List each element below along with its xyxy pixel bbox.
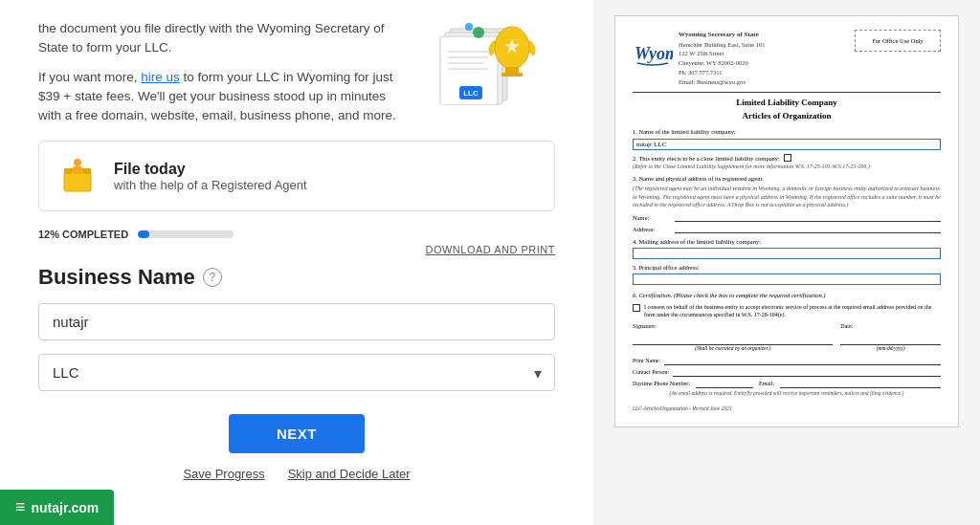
next-button[interactable]: NEXT bbox=[229, 414, 365, 453]
file-today-title: File today bbox=[114, 161, 307, 178]
wy-print-name-row: Print Name: bbox=[633, 356, 941, 365]
wy-sig-line bbox=[633, 332, 833, 345]
wy-phone-line bbox=[696, 379, 753, 388]
file-today-icon bbox=[56, 155, 99, 197]
wy-date-format-label: (mm/dd/yyyy) bbox=[840, 345, 941, 353]
hire-us-link[interactable]: hire us bbox=[141, 70, 180, 84]
wy-contact-person-label: Contact Person: bbox=[633, 368, 669, 376]
dept-name: Wyoming Secretary of State bbox=[679, 30, 765, 40]
wy-footer: LLC-ArticlesOrganization - Revised June … bbox=[633, 405, 941, 413]
wy-field3-label: 3. Name and physical address of its regi… bbox=[633, 174, 941, 183]
wy-name-label: Name: bbox=[633, 213, 671, 222]
wy-address-row: Address: bbox=[633, 224, 941, 233]
wy-form-card: Wyoming Wyoming Secretary of State Hersc… bbox=[614, 15, 959, 427]
wy-email-line bbox=[780, 379, 941, 388]
dept-email: Email: Business@wyo.gov bbox=[679, 77, 765, 87]
wy-contact-person-line bbox=[673, 367, 941, 377]
wy-sig-block: Signature: (Shall be executed by an orga… bbox=[633, 322, 833, 352]
entity-type-select[interactable]: LLC Corporation Partnership bbox=[38, 354, 555, 391]
brand-name: nutajr.com bbox=[32, 500, 100, 515]
progress-bar-fill bbox=[138, 230, 149, 238]
wy-print-name-line bbox=[664, 356, 941, 365]
wy-address-line bbox=[675, 224, 941, 233]
wy-field4-label: 4. Mailing address of the limited liabil… bbox=[633, 237, 941, 246]
business-name-section-title: Business Name ? bbox=[38, 265, 555, 290]
business-name-help-icon[interactable]: ? bbox=[203, 268, 222, 287]
top-text: the document you file directly with the … bbox=[38, 19, 412, 125]
wy-date-block: Date: (mm/dd/yyyy) bbox=[840, 322, 941, 352]
progress-label: 12% COMPLETED bbox=[38, 229, 128, 240]
wy-field2-row: 2. This entity elects to be a close limi… bbox=[633, 154, 941, 163]
svg-text:LLC: LLC bbox=[463, 89, 479, 98]
right-panel: Wyoming Wyoming Secretary of State Hersc… bbox=[593, 0, 980, 525]
wy-cert-text: I consent on behalf of the business enti… bbox=[644, 303, 941, 319]
progress-bar bbox=[138, 230, 234, 238]
wy-daytime-phone-label: Daytime Phone Number: bbox=[633, 380, 690, 387]
wy-sig-label-text: Signature: bbox=[633, 322, 657, 330]
wy-cert-checkbox bbox=[633, 304, 640, 312]
svg-point-13 bbox=[473, 27, 484, 38]
file-today-subtitle: with the help of a Registered Agent bbox=[114, 178, 307, 192]
wy-logo: Wyoming bbox=[633, 38, 673, 78]
file-today-text: File today with the help of a Registered… bbox=[114, 161, 307, 192]
business-name-heading: Business Name bbox=[38, 265, 195, 290]
link-actions: Save Progress Skip and Decide Later bbox=[183, 467, 410, 481]
svg-point-18 bbox=[74, 159, 81, 166]
wy-logo-area: Wyoming Wyoming Secretary of State Hersc… bbox=[633, 30, 765, 86]
download-print-link[interactable]: DOWNLOAD AND PRINT bbox=[38, 244, 555, 255]
entity-type-select-wrapper: LLC Corporation Partnership ▾ bbox=[38, 354, 555, 391]
brand-logo-icon: ≡ bbox=[15, 497, 26, 517]
skip-decide-later-link[interactable]: Skip and Decide Later bbox=[288, 467, 411, 481]
wy-field2-checkbox bbox=[784, 154, 791, 162]
wy-form-header: Wyoming Wyoming Secretary of State Hersc… bbox=[633, 30, 941, 86]
svg-rect-10 bbox=[505, 67, 519, 73]
progress-section: 12% COMPLETED bbox=[38, 229, 555, 240]
left-panel: the document you file directly with the … bbox=[0, 0, 593, 525]
bottom-actions: NEXT Save Progress Skip and Decide Later bbox=[38, 414, 555, 481]
svg-rect-11 bbox=[501, 73, 523, 77]
wy-address-label: Address: bbox=[633, 225, 671, 233]
wy-field5-input bbox=[633, 273, 941, 285]
wy-date-line bbox=[840, 332, 941, 345]
business-name-input[interactable] bbox=[38, 303, 555, 340]
file-today-banner[interactable]: File today with the help of a Registered… bbox=[38, 141, 555, 211]
top-section: the document you file directly with the … bbox=[38, 19, 555, 125]
wy-header-info: Wyoming Secretary of State Herschler Bui… bbox=[679, 30, 765, 86]
wy-divider-1 bbox=[633, 92, 941, 93]
wy-field3-note: (The registered agent may be an individu… bbox=[633, 185, 941, 208]
dept-phone: Ph. 307.777.7311 bbox=[679, 68, 765, 77]
wyoming-logo-svg: Wyoming bbox=[633, 38, 673, 75]
wy-print-name-label: Print Name: bbox=[633, 357, 660, 364]
top-paragraph-2: If you want more, hire us to form your L… bbox=[38, 68, 412, 126]
wy-name-line bbox=[675, 212, 941, 222]
wy-office-use: For Office Use Only bbox=[855, 30, 941, 52]
wy-cert-section: 6. Certification. (Please check the box … bbox=[633, 291, 941, 318]
wy-field1-input: nutajr LLC bbox=[633, 139, 941, 150]
wy-date-label-text: Date: bbox=[840, 322, 941, 330]
svg-point-14 bbox=[465, 23, 473, 31]
wy-email-field-label: Email: bbox=[759, 380, 774, 387]
wy-cert-title: 6. Certification. (Please check the box … bbox=[633, 291, 941, 299]
wy-field2-note: (Refer to the Close Limited Liability Su… bbox=[633, 163, 941, 170]
svg-rect-19 bbox=[73, 166, 82, 174]
dept-city: 122 W 25th Street bbox=[679, 49, 765, 58]
trophy-image: LLC bbox=[412, 19, 555, 105]
wy-field4-input bbox=[633, 248, 941, 259]
wy-contact-person-row: Contact Person: bbox=[633, 367, 941, 377]
wy-phone-email-row: Daytime Phone Number: Email: bbox=[633, 379, 941, 388]
trophy-illustration: LLC bbox=[421, 19, 546, 105]
wy-field1-label: 1. Name of the limited liability company… bbox=[633, 127, 941, 136]
dept-address: Herschler Building East, Suite 101 bbox=[679, 40, 765, 50]
save-progress-link[interactable]: Save Progress bbox=[183, 467, 264, 481]
wy-cert-checkbox-row: I consent on behalf of the business enti… bbox=[633, 303, 941, 319]
wy-sig-row: Signature: (Shall be executed by an orga… bbox=[633, 322, 941, 352]
wy-sig-executed-label: (Shall be executed by an organizer.) bbox=[633, 345, 833, 353]
wy-form-subtitle: Articles of Organization bbox=[633, 110, 941, 122]
bottom-brand: ≡ nutajr.com bbox=[0, 490, 114, 525]
wy-field5-label: 5. Principal office address: bbox=[633, 263, 941, 272]
wy-form-title: Limited Liability Company bbox=[633, 97, 941, 109]
wy-name-row: Name: bbox=[633, 212, 941, 222]
wy-email-note: (An email address is required. Entitylly… bbox=[633, 390, 941, 398]
svg-text:Wyoming: Wyoming bbox=[635, 44, 673, 63]
top-paragraph-1: the document you file directly with the … bbox=[38, 19, 412, 58]
